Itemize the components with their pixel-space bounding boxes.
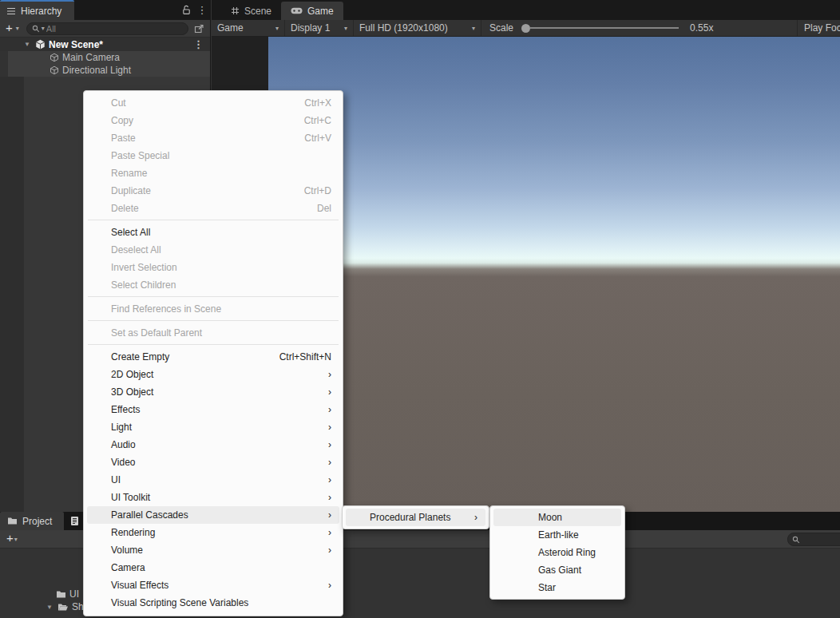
menu-item[interactable]: Paste Special: [87, 147, 339, 164]
open-search-window-icon[interactable]: [191, 24, 207, 34]
game-tabbar: Scene Game: [212, 0, 840, 20]
menu-item[interactable]: Video ›: [87, 454, 339, 471]
project-search-field[interactable]: [787, 533, 840, 546]
project-folder-ui[interactable]: UI: [56, 588, 79, 600]
menu-item-label: Asteroid Ring: [538, 547, 613, 558]
menu-item[interactable]: Deselect All: [87, 241, 339, 259]
menu-item-label: Gas Giant: [538, 565, 613, 576]
tab-project[interactable]: Project: [0, 512, 64, 530]
menu-item[interactable]: Light ›: [87, 418, 339, 436]
unity-scene-icon: [35, 39, 46, 50]
tree-row-scene[interactable]: ▼ New Scene* ⋮: [0, 38, 210, 51]
tree-row-directional-light[interactable]: Directional Light: [0, 64, 210, 77]
menu-item[interactable]: Visual Scripting Scene Variables: [87, 594, 339, 612]
unlock-icon[interactable]: [178, 0, 194, 20]
resolution-dropdown[interactable]: Full HD (1920x1080) ▾: [354, 20, 481, 36]
chevron-down-icon: ▾: [472, 25, 475, 32]
menu-item[interactable]: Rendering ›: [87, 524, 339, 541]
hierarchy-search-field[interactable]: ▾: [26, 22, 188, 35]
menu-item[interactable]: Select Children: [87, 276, 339, 294]
hierarchy-search-input[interactable]: [46, 24, 183, 34]
menu-item-label: Find References in Scene: [111, 303, 331, 315]
tree-row-label: New Scene*: [49, 39, 103, 50]
menu-item-shortcut-or-arrow: ›: [328, 545, 331, 556]
project-add-button[interactable]: +: [4, 533, 14, 545]
tree-row-main-camera[interactable]: Main Camera: [0, 51, 210, 64]
procedural-planets-submenu: Moon Earth-like Asteroid Ring Gas Giant …: [489, 505, 625, 600]
menu-item[interactable]: Star: [493, 579, 621, 596]
project-search-input[interactable]: [802, 535, 838, 545]
menu-item[interactable]: Rename: [87, 164, 339, 182]
menu-item-shortcut-or-arrow: ›: [328, 509, 331, 521]
tab-scene-label: Scene: [244, 6, 271, 17]
hierarchy-toolbar: + ▾ ▾: [0, 20, 210, 38]
tabbar-spacer: [74, 0, 178, 20]
menu-item[interactable]: Find References in Scene: [87, 300, 339, 318]
scene-options-kebab-icon[interactable]: ⋮: [193, 38, 204, 50]
menu-item-shortcut-or-arrow: ›: [328, 404, 331, 415]
menu-item-shortcut-or-arrow: Ctrl+V: [304, 133, 331, 144]
menu-item-label: Rename: [111, 168, 331, 179]
search-filter-caret-icon[interactable]: ▾: [42, 25, 45, 32]
menu-item[interactable]: Set as Default Parent: [87, 324, 339, 342]
render-mode-dropdown[interactable]: Game ▾: [212, 20, 285, 36]
menu-item[interactable]: Select All: [87, 224, 339, 241]
add-object-caret-icon[interactable]: ▾: [16, 25, 19, 32]
resolution-value: Full HD (1920x1080): [359, 22, 448, 34]
menu-item[interactable]: UI Toolkit ›: [87, 489, 339, 506]
menu-item[interactable]: Duplicate Ctrl+D: [87, 182, 339, 200]
menu-item[interactable]: Earth-like: [493, 526, 621, 544]
menu-item[interactable]: Create Empty Ctrl+Shift+N: [87, 348, 339, 366]
unity-editor-window: Hierarchy ⋮ + ▾ ▾ ▼: [0, 0, 840, 618]
menu-item[interactable]: Effects ›: [87, 401, 339, 418]
menu-item[interactable]: Paste Ctrl+V: [87, 129, 339, 147]
menu-item-label: Cut: [111, 97, 304, 109]
menu-item-shortcut-or-arrow: Ctrl+Shift+N: [279, 351, 331, 362]
play-focused-dropdown[interactable]: Play Foc: [797, 20, 840, 36]
menu-item-label: Create Empty: [111, 351, 279, 362]
menu-item[interactable]: 3D Object ›: [87, 383, 339, 401]
menu-item-label: Paste: [111, 133, 304, 144]
menu-item[interactable]: Copy Ctrl+C: [87, 112, 339, 129]
folder-open-icon: [57, 603, 69, 612]
menu-separator: [88, 320, 339, 321]
menu-item[interactable]: Cut Ctrl+X: [87, 94, 339, 112]
menu-item[interactable]: Asteroid Ring: [493, 544, 621, 561]
hierarchy-list-icon: [6, 6, 16, 16]
scale-slider-track[interactable]: [530, 27, 679, 29]
tab-game[interactable]: Game: [281, 2, 343, 20]
menu-item[interactable]: Visual Effects ›: [87, 576, 339, 594]
menu-item[interactable]: Camera: [87, 559, 339, 576]
menu-item-label: Video: [111, 457, 328, 468]
add-object-button[interactable]: +: [3, 22, 14, 35]
menu-item[interactable]: Moon: [493, 509, 621, 526]
tab-scene[interactable]: Scene: [221, 2, 281, 20]
menu-item[interactable]: Invert Selection: [87, 259, 339, 276]
menu-item[interactable]: 2D Object ›: [87, 366, 339, 383]
menu-item[interactable]: Volume ›: [87, 541, 339, 559]
menu-item-shortcut-or-arrow: ›: [328, 492, 331, 503]
foldout-icon[interactable]: ▼: [46, 604, 54, 611]
tab-hierarchy[interactable]: Hierarchy: [0, 0, 74, 20]
menu-item-shortcut-or-arrow: Del: [317, 203, 331, 214]
menu-item[interactable]: Gas Giant: [493, 561, 621, 579]
game-render-sky-ground: [268, 37, 840, 512]
tab-hierarchy-label: Hierarchy: [21, 6, 61, 17]
menu-item[interactable]: Delete Del: [87, 200, 339, 217]
folder-icon: [56, 590, 66, 599]
menu-item[interactable]: Procedural Planets ›: [346, 509, 485, 526]
search-icon: [792, 536, 800, 544]
menu-item[interactable]: Audio ›: [87, 436, 339, 454]
scale-slider-knob[interactable]: [521, 24, 530, 33]
search-icon: [32, 25, 40, 33]
menu-item[interactable]: Parallel Cascades ›: [87, 506, 339, 524]
project-add-caret-icon[interactable]: ▾: [14, 536, 18, 543]
tab-console[interactable]: [64, 512, 85, 530]
display-dropdown[interactable]: Display 1 ▾: [285, 20, 354, 36]
foldout-icon[interactable]: ▼: [24, 41, 34, 48]
menu-item[interactable]: UI ›: [87, 471, 339, 489]
menu-item-label: Light: [111, 422, 328, 433]
menu-item-label: Visual Effects: [111, 580, 328, 591]
grid-icon: [231, 6, 240, 15]
hierarchy-menu-kebab-icon[interactable]: ⋮: [194, 0, 210, 20]
